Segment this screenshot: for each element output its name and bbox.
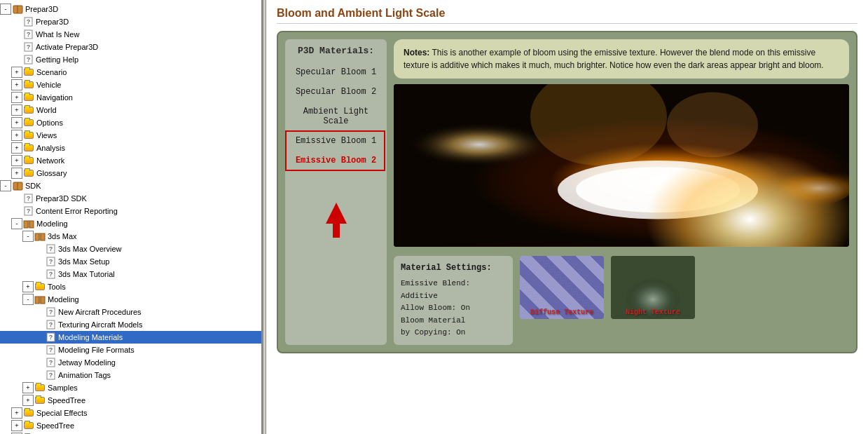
tree-item-network[interactable]: +Network [0,154,261,167]
tree-toggle-samples[interactable]: + [22,382,34,393]
tree-item-speedtree-top[interactable]: +SpeedTree [0,419,261,432]
tree-item-texturing-aircraft[interactable]: ?Texturing Aircraft Models [0,318,261,331]
tree-item-3ds-max-setup[interactable]: ?3ds Max Setup [0,255,261,268]
tree-item-samples[interactable]: +Samples [0,381,261,394]
tree-icon-folder [23,168,34,179]
material-item-3[interactable]: Emissive Bloom 1 [289,132,383,150]
tree-toggle-network[interactable]: + [11,155,22,166]
tree-toggle-speedtree[interactable]: + [22,395,34,406]
tree-icon-book [12,4,23,15]
tree-icon-page: ? [45,357,56,368]
tree-toggle-speedtree-top[interactable]: + [11,420,22,431]
tree-label-what-is-new: What Is New [36,29,79,40]
settings-line: Allow Bloom: On [401,302,506,315]
tree-item-prepar3d-root[interactable]: -Prepar3D [0,3,261,15]
material-item-1[interactable]: Specular Bloom 2 [289,83,383,101]
tree-item-analysis[interactable]: +Analysis [0,142,261,154]
tree-toggle-glossary[interactable]: + [11,168,22,179]
tree-item-new-aircraft[interactable]: ?New Aircraft Procedures [0,306,261,318]
tree-label-3ds-max-root: 3ds Max [48,231,77,242]
tree-label-samples: Samples [48,382,78,393]
tree-label-3ds-max-overview: 3ds Max Overview [58,243,121,255]
tree-item-glossary[interactable]: +Glossary [0,167,261,179]
tree-toggle-prepar3d-root[interactable]: - [0,4,11,15]
tree-toggle-navigation[interactable]: + [11,92,22,103]
tree-icon-page: ? [22,16,34,27]
tree-label-texturing-aircraft: Texturing Aircraft Models [58,319,142,330]
tree-item-views[interactable]: +Views [0,129,261,142]
tree-icon-book-open [34,231,46,242]
tree-item-vehicle[interactable]: +Vehicle [0,79,261,91]
content-area: P3D Materials: Specular Bloom 1Specular … [277,31,857,353]
tree-toggle-views[interactable]: + [11,130,22,141]
tree-item-tools[interactable]: +Tools [0,280,261,293]
tree-label-analysis: Analysis [36,142,65,154]
tree-item-3ds-max-root[interactable]: -3ds Max [0,230,261,243]
tree-icon-book-open [23,218,34,229]
tree-item-sdk-root[interactable]: -SDK [0,179,261,192]
tree-item-3ds-max-overview[interactable]: ?3ds Max Overview [0,243,261,255]
tree-item-options[interactable]: +Options [0,116,261,129]
tree-item-modeling-materials[interactable]: ?Modeling Materials [0,331,261,344]
tree-item-jetway-modeling[interactable]: ?Jetway Modeling [0,356,261,369]
tree-toggle-analysis[interactable]: + [11,142,22,154]
tree-item-prepar3d-sdk[interactable]: ?Prepar3D SDK [0,192,261,205]
tree-label-world: World [36,104,57,116]
tree-toggle-sdk-root[interactable]: - [0,180,11,191]
tree-item-scenario[interactable]: +Scenario [0,66,261,79]
tree-toggle-world[interactable]: + [11,104,22,116]
tree-toggle-scenario[interactable]: + [11,67,22,78]
tree-label-sdk-root: SDK [25,180,41,191]
tree-icon-folder [23,92,34,103]
svg-point-47 [658,149,849,215]
tree-icon-page: ? [45,269,56,280]
material-settings-title: Material Settings: [401,262,506,275]
material-item-4[interactable]: Emissive Bloom 2 [289,151,383,170]
svg-text:?: ? [48,271,53,278]
svg-text:?: ? [48,308,53,316]
material-item-0[interactable]: Specular Bloom 1 [289,63,383,81]
tree-item-prepar3d-link[interactable]: ?Prepar3D [0,15,261,28]
tree-icon-page: ? [45,243,56,255]
tree-item-speedtree[interactable]: +SpeedTree [0,394,261,407]
tree-toggle-special-effects[interactable]: + [11,407,22,419]
tree-icon-folder [23,79,34,90]
tree-toggle-options[interactable]: + [11,117,22,128]
tree-item-what-is-new[interactable]: ?What Is New [0,28,261,41]
notes-label: Notes: [404,48,429,57]
tree-item-activate[interactable]: ?Activate Prepar3D [0,41,261,53]
tree-label-speedtree-top: SpeedTree [36,420,74,431]
tree-item-animation-tags[interactable]: ?Animation Tags [0,369,261,381]
tree-item-modeling-sub[interactable]: -Modeling [0,293,261,306]
tree-item-world[interactable]: +World [0,104,261,116]
svg-text:?: ? [26,195,30,202]
tree-item-special-effects[interactable]: +Special Effects [0,407,261,419]
tree-label-activate: Activate Prepar3D [36,41,98,53]
svg-text:?: ? [26,31,30,38]
tree-item-content-error[interactable]: ?Content Error Reporting [0,205,261,217]
tree-item-getting-help[interactable]: ?Getting Help [0,53,261,66]
night-texture-thumb: Night Texture [611,256,695,319]
tree-container[interactable]: -Prepar3D?Prepar3D?What Is New?Activate … [0,0,261,434]
tree-icon-folder [34,382,46,393]
tree-item-3ds-max-tutorial[interactable]: ?3ds Max Tutorial [0,268,261,280]
tree-label-jetway-modeling: Jetway Modeling [58,357,116,368]
material-item-2[interactable]: Ambient Light Scale [289,102,383,130]
tree-icon-page: ? [45,369,56,381]
tree-toggle-modeling-sub[interactable]: - [22,294,34,305]
tree-item-navigation[interactable]: +Navigation [0,91,261,104]
tree-toggle-3ds-max-root[interactable]: - [22,231,34,242]
tree-toggle-vehicle[interactable]: + [11,79,22,90]
diffuse-texture-label: Diffuse Texture [530,308,593,316]
svg-text:?: ? [48,321,53,328]
svg-text:?: ? [48,359,53,366]
tree-item-modeling-root[interactable]: -Modeling [0,217,261,230]
tree-toggle-modeling-root[interactable]: - [11,218,22,229]
tree-icon-page: ? [22,54,34,65]
tree-toggle-tools[interactable]: + [22,281,34,292]
tree-icon-folder [23,117,34,128]
tree-item-modeling-file-formats[interactable]: ?Modeling File Formats [0,344,261,356]
tree-icon-folder [23,67,34,78]
tree-icon-folder [34,281,46,292]
svg-text:?: ? [26,43,30,50]
